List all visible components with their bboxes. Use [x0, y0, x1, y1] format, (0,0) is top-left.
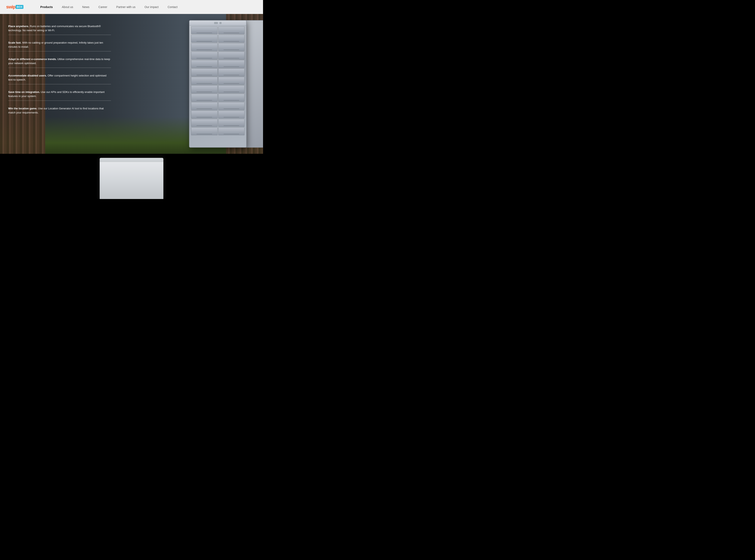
- feature-bold-5: Win the location game.: [8, 107, 37, 110]
- locker-cell: [191, 94, 218, 102]
- locker-cell: [218, 85, 245, 93]
- locker-cell: [191, 43, 218, 51]
- locker-row: [189, 60, 246, 68]
- feature-item-4: Save time on integration. Use our APIs a…: [8, 90, 111, 101]
- locker-cell: [191, 60, 218, 68]
- locker-row: [189, 68, 246, 76]
- locker-cell: [218, 77, 245, 85]
- feature-bold-2: Adapt to different e-commerce trends.: [8, 58, 57, 61]
- locker-cell: [191, 77, 218, 85]
- feature-bold-1: Scale fast.: [8, 41, 21, 44]
- locker-cell: [218, 127, 245, 135]
- locker-cell: [191, 26, 218, 34]
- locker-frame: [189, 20, 247, 147]
- locker-row: [189, 85, 246, 93]
- locker-cell: [218, 68, 245, 76]
- features-list: Place anywhere. Runs on batteries and co…: [8, 24, 111, 123]
- feature-text-3: Accommodate disabled users. Offer compar…: [8, 74, 111, 82]
- locker-cell: [191, 102, 218, 110]
- locker-preview: [100, 158, 163, 199]
- locker-cell: [218, 94, 245, 102]
- nav-link-news[interactable]: News: [78, 0, 94, 14]
- locker-cell: [191, 68, 218, 76]
- locker-cell: [218, 119, 245, 127]
- nav-link-career[interactable]: Career: [94, 0, 112, 14]
- locker-rows: [189, 21, 246, 135]
- locker-cell: [191, 119, 218, 127]
- feature-item-2: Adapt to different e-commerce trends. Ut…: [8, 57, 111, 68]
- locker-cell: [218, 26, 245, 34]
- locker-cell: [218, 43, 245, 51]
- locker-row: [189, 77, 246, 85]
- feature-text-4: Save time on integration. Use our APIs a…: [8, 90, 111, 98]
- logo-text: swip: [6, 4, 15, 10]
- feature-bold-3: Accommodate disabled users.: [8, 74, 47, 77]
- locker-row: [189, 52, 246, 59]
- logo-link[interactable]: swip BOX: [6, 4, 23, 10]
- navigation: swip BOX ProductsAbout usNewsCareerPartn…: [0, 0, 263, 14]
- nav-link-about-us[interactable]: About us: [57, 0, 78, 14]
- locker-row: [189, 119, 246, 127]
- locker-cell: [191, 35, 218, 43]
- locker-top-bar: [189, 21, 246, 26]
- locker-cell: [218, 35, 245, 43]
- feature-item-5: Win the location game. Use our Location …: [8, 106, 111, 117]
- locker-indicator: [214, 22, 218, 24]
- nav-links: ProductsAbout usNewsCareerPartner with u…: [36, 0, 182, 14]
- feature-bold-4: Save time on integration.: [8, 91, 40, 94]
- locker-row: [189, 111, 246, 118]
- bottom-section: [0, 154, 263, 199]
- nav-link-products[interactable]: Products: [36, 0, 57, 14]
- locker-cell: [191, 127, 218, 135]
- locker-cell: [218, 60, 245, 68]
- feature-text-0: Place anywhere. Runs on batteries and co…: [8, 24, 111, 32]
- feature-item-1: Scale fast. With no cabling or ground pr…: [8, 41, 111, 52]
- locker-row: [189, 94, 246, 102]
- feature-text-5: Win the location game. Use our Location …: [8, 106, 111, 115]
- locker-cell: [191, 85, 218, 93]
- locker-indicator-small: [220, 22, 222, 24]
- feature-text-1: Scale fast. With no cabling or ground pr…: [8, 41, 111, 49]
- locker-row: [189, 43, 246, 51]
- locker-cell: [191, 52, 218, 59]
- feature-text-2: Adapt to different e-commerce trends. Ut…: [8, 57, 111, 65]
- locker-cell: [218, 52, 245, 59]
- feature-item-0: Place anywhere. Runs on batteries and co…: [8, 24, 111, 35]
- nav-link-partner-with-us[interactable]: Partner with us: [112, 0, 140, 14]
- feature-bold-0: Place anywhere.: [8, 25, 29, 28]
- hero-section: Place anywhere. Runs on batteries and co…: [0, 14, 263, 154]
- locker-cell: [191, 111, 218, 118]
- nav-link-our-impact[interactable]: Our impact: [140, 0, 163, 14]
- feature-item-3: Accommodate disabled users. Offer compar…: [8, 74, 111, 84]
- locker-main: [189, 20, 247, 147]
- locker-row: [189, 102, 246, 110]
- locker-row: [189, 127, 246, 135]
- locker-row: [189, 35, 246, 43]
- logo-box: BOX: [16, 5, 23, 9]
- locker-cell: [218, 111, 245, 118]
- nav-link-contact[interactable]: Contact: [163, 0, 182, 14]
- locker-cell: [218, 102, 245, 110]
